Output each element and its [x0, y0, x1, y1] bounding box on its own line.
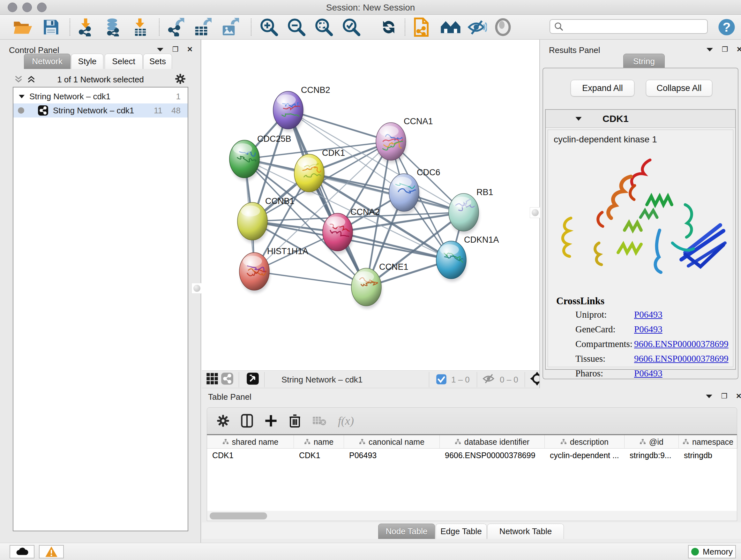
selected-nodes-checkbox[interactable]: [436, 374, 447, 385]
node-label-CDK1[interactable]: CDK1: [322, 148, 345, 158]
help-button[interactable]: ?: [718, 18, 736, 37]
node-label-CCNE1[interactable]: CCNE1: [379, 262, 408, 272]
left-splitter-handle[interactable]: [192, 283, 202, 294]
node-label-HIST1H1A[interactable]: HIST1H1A: [267, 246, 308, 256]
birdseye-view-button[interactable]: [246, 369, 259, 388]
column-header-namespace[interactable]: namespace: [679, 435, 738, 449]
function-builder-button[interactable]: f(x): [338, 414, 354, 428]
crosslink-value[interactable]: P06493: [634, 324, 663, 334]
table-cell[interactable]: 9606.ENSP00000378699: [440, 449, 545, 462]
collapse-section-icon[interactable]: [575, 116, 582, 121]
expand-all-button[interactable]: Expand All: [570, 80, 634, 97]
column-type-icon: [683, 439, 689, 445]
add-column-icon[interactable]: [265, 415, 277, 427]
scrollbar-thumb[interactable]: [210, 512, 267, 519]
column-header-database-identifier[interactable]: database identifier: [440, 435, 545, 449]
warnings-button[interactable]: [39, 545, 64, 558]
export-network-button[interactable]: [165, 18, 186, 37]
node-label-CDKN1A[interactable]: CDKN1A: [464, 235, 499, 245]
network-view-canvas[interactable]: CCNB2CCNA1CDC25BCDK1CDC6RB1CCNB1CCNA2CDK…: [202, 40, 539, 370]
collapse-all-button[interactable]: Collapse All: [646, 80, 712, 97]
node-attribute-table[interactable]: shared nameCDK1nameCDK1canonical nameP06…: [207, 434, 737, 511]
crosslink-value[interactable]: P06493: [634, 368, 663, 379]
network-overview-button[interactable]: [221, 369, 233, 388]
network-label: String Network – cdk1: [53, 106, 134, 116]
import-table-button[interactable]: [130, 18, 151, 37]
column-header-canonical-name[interactable]: canonical name: [344, 435, 440, 449]
table-settings-gear-icon[interactable]: [217, 415, 229, 427]
crosslink-value[interactable]: P06493: [634, 309, 663, 320]
tab-style[interactable]: Style: [71, 54, 104, 69]
clear-table-icon[interactable]: [313, 415, 327, 426]
column-header-name[interactable]: name: [294, 435, 344, 449]
tab-network-table[interactable]: Network Table: [487, 523, 564, 539]
table-cell[interactable]: CDK1: [294, 449, 344, 462]
show-columns-icon[interactable]: [241, 414, 253, 428]
export-table-button[interactable]: [192, 18, 212, 37]
memory-button[interactable]: Memory: [688, 545, 736, 558]
crosslink-value[interactable]: 9606.ENSP00000378699: [634, 354, 729, 364]
float-panel-icon[interactable]: ❐: [721, 392, 728, 400]
network-collection-row[interactable]: String Network – cdk1 1: [13, 89, 188, 104]
panel-menu-icon[interactable]: [705, 394, 713, 399]
home-networks-button[interactable]: [440, 18, 461, 37]
import-network-button[interactable]: [76, 18, 96, 37]
gear-icon[interactable]: [175, 73, 186, 84]
save-session-button[interactable]: [42, 18, 60, 37]
close-panel-icon[interactable]: ✕: [187, 45, 193, 54]
right-splitter-handle[interactable]: [530, 207, 541, 218]
search-box[interactable]: [549, 19, 708, 34]
crosslink-label: Compartments:: [576, 339, 632, 349]
crosslink-value[interactable]: 9606.ENSP00000378699: [634, 339, 729, 349]
float-panel-icon[interactable]: ❐: [172, 45, 179, 54]
grid-view-button[interactable]: [206, 369, 218, 388]
control-panel: Control Panel ❐ ✕ Network Style Select S…: [0, 40, 200, 543]
tab-network[interactable]: Network: [24, 54, 71, 69]
table-horizontal-scrollbar[interactable]: [207, 511, 737, 521]
node-label-CCNB1[interactable]: CCNB1: [265, 196, 294, 206]
table-cell[interactable]: stringdb:9...: [624, 449, 679, 462]
column-header--id[interactable]: @id: [624, 435, 679, 449]
table-cell[interactable]: P06493: [344, 449, 440, 462]
import-table-icon: [130, 18, 151, 37]
import-network-from-database-button[interactable]: [103, 18, 124, 37]
column-header-description[interactable]: description: [545, 435, 624, 449]
zoom-in-button[interactable]: [259, 18, 279, 37]
search-input[interactable]: [563, 22, 701, 31]
cloud-status-button[interactable]: [10, 545, 35, 558]
node-label-CDC6[interactable]: CDC6: [417, 168, 441, 177]
node-label-CCNA1[interactable]: CCNA1: [404, 117, 433, 126]
close-panel-icon[interactable]: ✕: [737, 45, 741, 54]
panel-menu-icon[interactable]: [156, 47, 164, 52]
column-header-shared-name[interactable]: shared name: [207, 435, 294, 449]
delete-column-icon[interactable]: [289, 414, 301, 428]
import-file-network-button[interactable]: [412, 18, 431, 37]
tab-sets[interactable]: Sets: [143, 54, 172, 69]
refresh-network-button[interactable]: [379, 18, 398, 37]
open-session-button[interactable]: [13, 18, 32, 37]
close-panel-icon[interactable]: ✕: [736, 392, 741, 400]
hidden-elements-button[interactable]: [482, 369, 496, 388]
zoom-out-button[interactable]: [286, 18, 307, 37]
node-label-CCNA2[interactable]: CCNA2: [350, 207, 380, 217]
tree-expander-icon[interactable]: [18, 94, 25, 99]
node-label-RB1[interactable]: RB1: [476, 187, 493, 197]
bundle-edges-button[interactable]: [494, 18, 512, 37]
node-label-CDC25B[interactable]: CDC25B: [257, 134, 291, 144]
tab-string[interactable]: String: [623, 54, 665, 69]
float-panel-icon[interactable]: ❐: [722, 45, 728, 54]
panel-menu-icon[interactable]: [706, 47, 714, 52]
network-row[interactable]: String Network – cdk1 11 48: [13, 104, 188, 118]
table-cell[interactable]: CDK1: [207, 449, 294, 462]
tab-select[interactable]: Select: [105, 54, 143, 69]
zoom-fit-button[interactable]: [314, 18, 334, 37]
export-image-button[interactable]: [219, 18, 240, 37]
table-cell[interactable]: stringdb: [679, 449, 738, 462]
node-label-CCNB2[interactable]: CCNB2: [301, 85, 330, 95]
zoom-selected-button[interactable]: [341, 18, 361, 37]
tab-node-table[interactable]: Node Table: [378, 523, 435, 539]
tab-edge-table[interactable]: Edge Table: [435, 523, 487, 539]
string-network-graph[interactable]: CCNB2CCNA1CDC25BCDK1CDC6RB1CCNB1CCNA2CDK…: [202, 40, 539, 370]
hide-labels-button[interactable]: [467, 18, 487, 37]
table-cell[interactable]: cyclin-dependent ...: [545, 449, 624, 462]
